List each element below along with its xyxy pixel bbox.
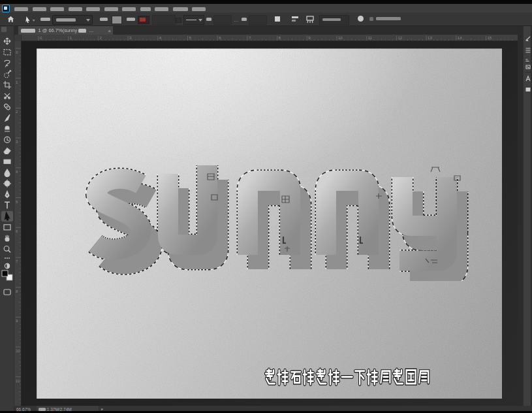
svg-text:5: 5: [16, 200, 18, 204]
svg-text:1: 1: [16, 80, 18, 84]
svg-text:2: 2: [16, 110, 18, 114]
svg-text:4: 4: [16, 170, 18, 174]
svg-text:11: 11: [16, 379, 20, 383]
svg-text:0: 0: [16, 50, 18, 54]
svg-text:6: 6: [16, 229, 18, 233]
svg-text:8: 8: [16, 289, 18, 293]
svg-text:7: 7: [16, 259, 18, 263]
svg-text:9: 9: [16, 319, 18, 323]
svg-text:3: 3: [16, 140, 18, 144]
